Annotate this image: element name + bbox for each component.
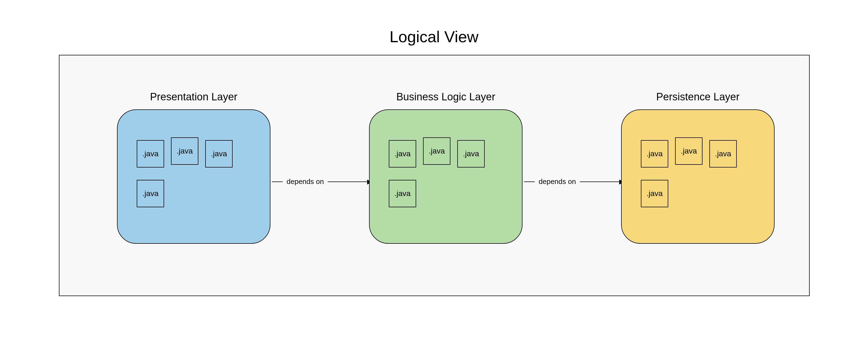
arrow-label: depends on (535, 177, 580, 186)
layer-box: .java .java .java .java (369, 109, 523, 244)
layer-label: Persistence Layer (621, 91, 775, 103)
layer-box: .java .java .java .java (117, 109, 271, 244)
depends-on-arrow: depends on (272, 177, 372, 186)
diagram-title: Logical View (0, 0, 868, 51)
diagram-frame: Presentation Layer .java .java .java .ja… (59, 55, 810, 296)
layer-label: Presentation Layer (117, 91, 271, 103)
file-icon: .java (641, 180, 668, 207)
depends-on-arrow: depends on (524, 177, 624, 186)
arrow-label: depends on (283, 177, 328, 186)
layer-business-logic: Business Logic Layer .java .java .java .… (369, 91, 523, 244)
file-icon: .java (457, 140, 485, 168)
file-icon: .java (675, 137, 703, 165)
file-icon: .java (641, 140, 668, 168)
file-icon: .java (709, 140, 737, 168)
layer-presentation: Presentation Layer .java .java .java .ja… (117, 91, 271, 244)
file-icon: .java (423, 137, 451, 165)
file-icon: .java (389, 140, 416, 168)
file-icon: .java (389, 180, 416, 207)
layer-label: Business Logic Layer (369, 91, 523, 103)
file-icon: .java (137, 180, 164, 207)
layer-box: .java .java .java .java (621, 109, 775, 244)
file-icon: .java (137, 140, 164, 168)
layer-persistence: Persistence Layer .java .java .java .jav… (621, 91, 775, 244)
file-icon: .java (205, 140, 232, 168)
file-icon: .java (171, 137, 198, 165)
